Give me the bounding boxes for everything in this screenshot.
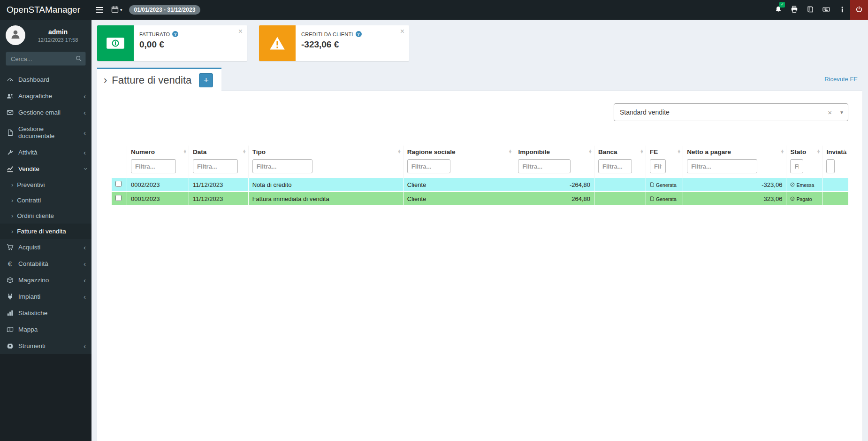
chevron-left-icon: ‹	[84, 260, 86, 267]
keyboard-icon	[822, 6, 830, 15]
filter-ragione-sociale-input[interactable]	[407, 159, 450, 173]
date-range-badge[interactable]: 01/01/2023 - 31/12/2023	[129, 5, 201, 15]
sidebar-item-anagrafiche[interactable]: Anagrafiche ‹	[0, 88, 91, 104]
filter-data-input[interactable]	[193, 159, 238, 173]
calendar-icon	[111, 6, 119, 15]
user-name[interactable]: admin	[48, 28, 68, 36]
bar-chart-icon	[6, 309, 14, 317]
clear-selection-icon[interactable]: ×	[824, 108, 836, 116]
sidebar-menu: Dashboard Anagrafiche ‹ Gestione email ‹…	[0, 71, 91, 354]
column-header-stato[interactable]: Stato▲▼	[786, 146, 822, 158]
map-icon	[6, 326, 14, 333]
sidebar-item-statistiche[interactable]: Statistiche	[0, 305, 91, 321]
filter-numero-input[interactable]	[131, 159, 176, 173]
filter-fe-input[interactable]	[650, 159, 666, 173]
login-datetime: 12/12/2023 17:58	[38, 37, 78, 43]
sidebar-item-ordini-cliente[interactable]: › Ordini cliente	[0, 208, 91, 224]
topbar-actions: ✓	[770, 0, 868, 20]
search-input[interactable]	[6, 52, 86, 66]
sidebar-item-contratti[interactable]: › Contratti	[0, 193, 91, 208]
column-header-fe[interactable]: FE▲▼	[646, 146, 683, 158]
file-icon	[650, 182, 655, 188]
sidebar-item-magazzino[interactable]: Magazzino ‹	[0, 272, 91, 288]
cell-numero: 0002/2023	[127, 178, 189, 192]
calendar-button[interactable]: ▾	[107, 0, 126, 20]
sidebar-item-impianti[interactable]: Impianti ‹	[0, 288, 91, 305]
invoices-table: Numero▲▼ Data▲▼ Tipo▲▼ Ragione sociale▲▼…	[111, 146, 848, 206]
chevron-left-icon: ‹	[84, 244, 86, 251]
info-icon	[838, 6, 846, 15]
sidebar-item-label: Contabilità	[18, 260, 48, 267]
shortcuts-button[interactable]	[818, 0, 834, 20]
add-record-button[interactable]: +	[199, 73, 213, 87]
row-checkbox[interactable]	[115, 195, 122, 201]
tab-fatture-di-vendita[interactable]: › Fatture di vendita +	[97, 68, 221, 91]
user-icon	[10, 29, 21, 42]
sidebar-item-fatture-di-vendita[interactable]: › Fatture di vendita	[0, 224, 91, 239]
header-row: Numero▲▼ Data▲▼ Tipo▲▼ Ragione sociale▲▼…	[112, 146, 849, 158]
sidebar-item-label: Attività	[18, 149, 38, 156]
notifications-button[interactable]: ✓	[770, 0, 786, 20]
topnav: ▾ 01/01/2023 - 31/12/2023 ✓	[91, 0, 868, 20]
sidebar-item-dashboard[interactable]: Dashboard	[0, 71, 91, 88]
vendite-submenu: › Preventivi › Contratti › Ordini client…	[0, 177, 91, 239]
column-header-imponibile[interactable]: Imponibile▲▼	[514, 146, 594, 158]
column-header-inviata[interactable]: Inviata▲▼	[822, 146, 848, 158]
column-header-tipo[interactable]: Tipo▲▼	[248, 146, 403, 158]
app-logo[interactable]: OpenSTAManager	[0, 0, 91, 20]
angle-right-icon: ›	[11, 181, 13, 188]
sort-icon: ▲▼	[588, 150, 592, 154]
column-header-data[interactable]: Data▲▼	[189, 146, 249, 158]
sort-icon: ▲▼	[816, 150, 820, 154]
sidebar-item-label: Fatture di vendita	[17, 228, 66, 235]
filter-banca-input[interactable]	[598, 159, 632, 173]
search-icon[interactable]	[75, 55, 82, 62]
sidebar-item-preventivi[interactable]: › Preventivi	[0, 177, 91, 193]
sidebar-item-label: Strumenti	[18, 342, 46, 349]
sidebar-item-gestione-documentale[interactable]: Gestione documentale ‹	[0, 121, 91, 144]
filter-inviata-input[interactable]	[826, 159, 835, 173]
ricevute-fe-link[interactable]: Ricevute FE	[824, 76, 862, 83]
sidebar-item-acquisti[interactable]: Acquisti ‹	[0, 239, 91, 255]
cell-ragione-sociale: Cliente	[403, 178, 514, 192]
chevron-left-icon: ‹	[84, 109, 86, 116]
sidebar-item-vendite[interactable]: Vendite ‹	[0, 161, 91, 177]
filter-imponibile-input[interactable]	[518, 159, 571, 173]
cell-imponibile: 264,80	[514, 192, 594, 206]
chevron-left-icon: ‹	[84, 149, 86, 156]
table-row[interactable]: 0001/2023 11/12/2023 Fattura immediata d…	[112, 192, 849, 206]
filter-tipo-input[interactable]	[252, 159, 312, 173]
help-icon[interactable]: ?	[356, 31, 362, 37]
filter-netto-a-pagare-input[interactable]	[687, 159, 757, 173]
info-button[interactable]	[834, 0, 850, 20]
print-button[interactable]	[786, 0, 802, 20]
column-header-ragione-sociale[interactable]: Ragione sociale▲▼	[403, 146, 514, 158]
close-icon[interactable]: ×	[237, 27, 244, 36]
sidebar-item-contabilita[interactable]: € Contabilità ‹	[0, 255, 91, 272]
table-row[interactable]: 0002/2023 11/12/2023 Nota di credito Cli…	[112, 178, 849, 192]
sidebar-item-attivita[interactable]: Attività ‹	[0, 144, 91, 161]
close-icon[interactable]: ×	[399, 27, 405, 36]
column-header-netto-a-pagare[interactable]: Netto a pagare▲▼	[683, 146, 786, 158]
infobox-fatturato: FATTURATO ? 0,00 € ×	[97, 25, 247, 61]
chevron-down-icon: ▼	[836, 104, 848, 121]
chart-line-icon	[6, 165, 14, 172]
sidebar-item-mappa[interactable]: Mappa	[0, 321, 91, 338]
segment-select-value: Standard vendite	[620, 108, 670, 116]
column-header-banca[interactable]: Banca▲▼	[594, 146, 646, 158]
sort-icon: ▲▼	[508, 150, 512, 154]
help-icon[interactable]: ?	[172, 31, 178, 37]
tabs-row: › Fatture di vendita + Ricevute FE	[97, 68, 862, 91]
column-header-numero[interactable]: Numero▲▼	[127, 146, 189, 158]
sidebar-toggle-button[interactable]	[91, 0, 107, 20]
avatar[interactable]	[6, 25, 25, 45]
segment-select[interactable]: Standard vendite × ▼	[614, 103, 848, 121]
topbar: OpenSTAManager ▾ 01/01/2023 - 31/12/2023…	[0, 0, 868, 20]
status-circle-icon	[790, 182, 795, 188]
sidebar-item-strumenti[interactable]: Strumenti ‹	[0, 338, 91, 354]
logout-button[interactable]	[850, 0, 868, 20]
filter-stato-input[interactable]	[790, 159, 803, 173]
sidebar-item-gestione-email[interactable]: Gestione email ‹	[0, 104, 91, 121]
manual-button[interactable]	[802, 0, 818, 20]
row-checkbox[interactable]	[115, 181, 122, 187]
